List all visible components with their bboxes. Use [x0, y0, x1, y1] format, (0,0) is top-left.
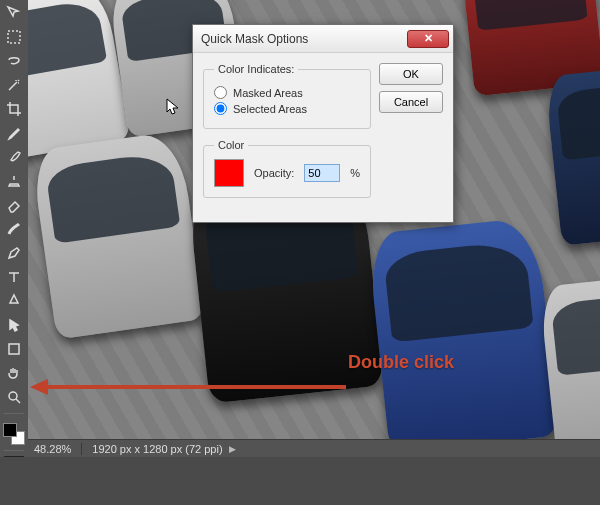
toolbar-divider	[4, 413, 24, 414]
foreground-color-swatch[interactable]	[3, 423, 17, 437]
radio-selected-areas[interactable]: Selected Areas	[214, 102, 360, 115]
color-swatches[interactable]	[3, 423, 25, 445]
radio-selected-areas-label: Selected Areas	[233, 103, 307, 115]
cursor-icon	[166, 98, 180, 116]
eyedropper-tool[interactable]	[3, 122, 25, 144]
hand-tool[interactable]	[3, 362, 25, 384]
crop-tool[interactable]	[3, 98, 25, 120]
eraser-tool[interactable]	[3, 194, 25, 216]
color-indicates-group: Color Indicates: Masked Areas Selected A…	[203, 63, 371, 129]
dialog-title: Quick Mask Options	[201, 32, 407, 46]
svg-rect-1	[9, 344, 19, 354]
statusbar-separator	[81, 443, 82, 455]
ok-button[interactable]: OK	[379, 63, 443, 85]
status-bar: 48.28% 1920 px x 1280 px (72 ppi) ▶	[28, 439, 600, 457]
svg-rect-0	[8, 31, 20, 43]
tools-panel	[0, 0, 28, 505]
opacity-unit: %	[350, 167, 360, 179]
opacity-input[interactable]	[304, 164, 340, 182]
gradient-tool[interactable]	[3, 218, 25, 240]
path-select-tool[interactable]	[3, 314, 25, 336]
annotation-text: Double click	[348, 352, 454, 373]
radio-masked-areas-input[interactable]	[214, 86, 227, 99]
quick-mask-options-dialog: Quick Mask Options ✕ Color Indicates: Ma…	[192, 24, 454, 223]
zoom-level[interactable]: 48.28%	[34, 443, 71, 455]
color-indicates-legend: Color Indicates:	[214, 63, 298, 75]
dialog-button-column: OK Cancel	[379, 63, 443, 113]
marquee-tool[interactable]	[3, 26, 25, 48]
workspace-empty-area	[0, 457, 600, 505]
svg-point-2	[9, 392, 17, 400]
close-icon: ✕	[424, 32, 433, 45]
zoom-tool[interactable]	[3, 386, 25, 408]
dialog-titlebar[interactable]: Quick Mask Options ✕	[193, 25, 453, 53]
car-shape	[367, 217, 559, 440]
mask-color-swatch[interactable]	[214, 159, 244, 187]
pen-tool[interactable]	[3, 242, 25, 264]
color-legend: Color	[214, 139, 248, 151]
clone-stamp-tool[interactable]	[3, 170, 25, 192]
dialog-body: Color Indicates: Masked Areas Selected A…	[193, 53, 453, 222]
toolbar-divider	[4, 450, 24, 451]
radio-masked-areas-label: Masked Areas	[233, 87, 303, 99]
opacity-label: Opacity:	[254, 167, 294, 179]
magic-wand-tool[interactable]	[3, 74, 25, 96]
shape-tool[interactable]	[3, 338, 25, 360]
lasso-tool[interactable]	[3, 50, 25, 72]
document-info[interactable]: 1920 px x 1280 px (72 ppi)	[92, 443, 222, 455]
annotation-arrow-line	[46, 385, 346, 389]
color-group: Color Opacity: %	[203, 139, 371, 198]
move-tool[interactable]	[3, 2, 25, 24]
color-row: Opacity: %	[214, 159, 360, 187]
radio-masked-areas[interactable]: Masked Areas	[214, 86, 360, 99]
brush-tool[interactable]	[3, 146, 25, 168]
type-tool[interactable]	[3, 266, 25, 288]
radio-selected-areas-input[interactable]	[214, 102, 227, 115]
cancel-button[interactable]: Cancel	[379, 91, 443, 113]
path-tool[interactable]	[3, 290, 25, 312]
status-flyout-icon[interactable]: ▶	[229, 444, 236, 454]
dialog-close-button[interactable]: ✕	[407, 30, 449, 48]
